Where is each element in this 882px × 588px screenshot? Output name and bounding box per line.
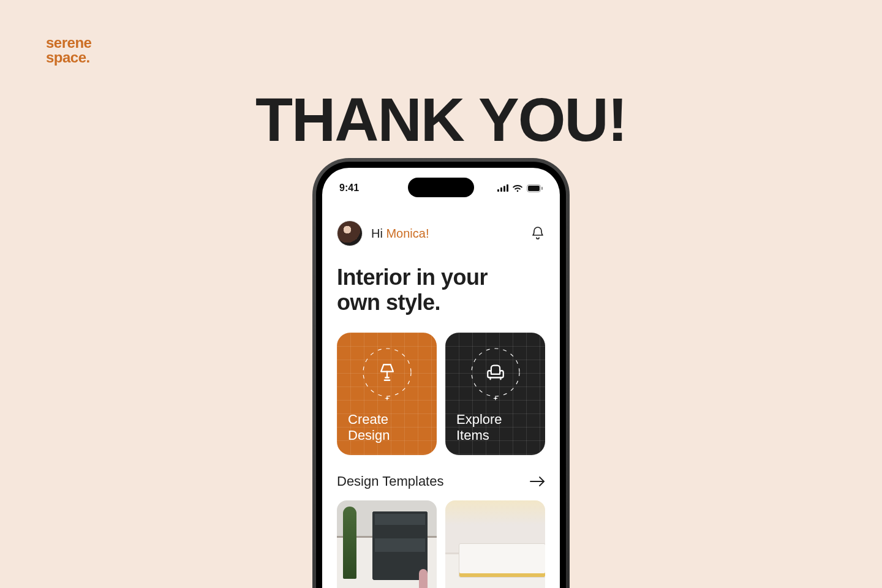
brand-line-1: serene xyxy=(46,36,91,50)
explore-items-card[interactable]: Explore Items xyxy=(445,333,545,455)
svg-rect-3 xyxy=(507,184,508,192)
page-headline: THANK YOU! xyxy=(0,85,882,155)
svg-rect-6 xyxy=(541,187,543,190)
explore-label-2: Items xyxy=(456,428,489,443)
user-row: Hi Monica! xyxy=(337,221,545,246)
brand-line-2: space. xyxy=(46,50,91,65)
sparkle-icon xyxy=(383,395,391,404)
phone-frame-outer: 9:41 Hi Monica! xyxy=(312,158,570,588)
create-design-icon-wrap xyxy=(362,347,412,398)
wifi-icon xyxy=(512,184,523,192)
create-design-label: Create Design xyxy=(348,412,426,444)
create-label-1: Create xyxy=(348,412,388,427)
armchair-icon xyxy=(485,362,506,383)
templates-title: Design Templates xyxy=(337,473,443,489)
phone-frame-inner: 9:41 Hi Monica! xyxy=(316,162,566,588)
svg-rect-0 xyxy=(497,189,499,192)
greeting-name: Monica! xyxy=(386,227,429,240)
templates-header: Design Templates xyxy=(337,473,545,489)
brand-logo: serene space. xyxy=(46,36,91,65)
svg-rect-2 xyxy=(503,186,505,192)
create-label-2: Design xyxy=(348,428,390,443)
avatar[interactable] xyxy=(337,221,363,246)
status-time: 9:41 xyxy=(339,183,359,194)
status-icons xyxy=(497,184,543,192)
hero-line-1: Interior in your xyxy=(337,265,488,290)
dynamic-island xyxy=(408,178,474,197)
create-design-card[interactable]: Create Design xyxy=(337,333,437,455)
arrow-right-icon[interactable] xyxy=(529,476,545,487)
template-cards xyxy=(337,500,545,588)
explore-label-1: Explore xyxy=(456,412,502,427)
hero-title: Interior in your own style. xyxy=(337,265,545,315)
template-card-kitchen[interactable] xyxy=(445,500,545,588)
battery-icon xyxy=(527,184,543,192)
hero-line-2: own style. xyxy=(337,290,440,315)
svg-rect-1 xyxy=(500,187,502,192)
explore-items-icon-wrap xyxy=(470,347,521,398)
phone-screen: 9:41 Hi Monica! xyxy=(322,168,560,588)
app-content: Hi Monica! Interior in your own style. xyxy=(322,197,560,588)
greeting-prefix: Hi xyxy=(371,227,386,240)
template-card-office[interactable] xyxy=(337,500,437,588)
bell-icon[interactable] xyxy=(530,226,545,241)
cellular-icon xyxy=(497,184,508,192)
explore-items-label: Explore Items xyxy=(456,412,534,444)
lamp-icon xyxy=(377,362,398,383)
svg-rect-5 xyxy=(528,186,540,191)
phone-mockup: 9:41 Hi Monica! xyxy=(312,158,570,588)
action-cards: Create Design xyxy=(337,333,545,455)
greeting-text: Hi Monica! xyxy=(371,227,522,241)
sparkle-icon xyxy=(491,395,500,404)
